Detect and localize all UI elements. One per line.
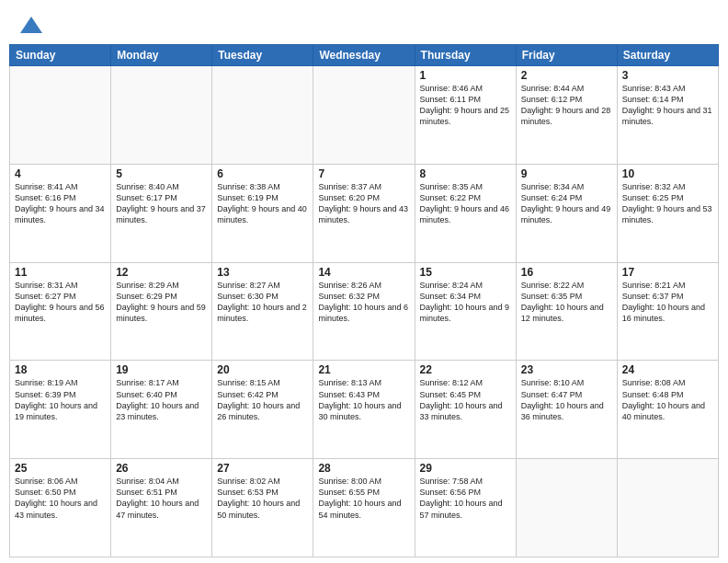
day-number: 16 [521, 266, 612, 279]
calendar-week-row: 11Sunrise: 8:31 AM Sunset: 6:27 PM Dayli… [10, 262, 719, 361]
day-header-cell: Tuesday [212, 45, 313, 66]
calendar-week-row: 1Sunrise: 8:46 AM Sunset: 6:11 PM Daylig… [10, 66, 719, 165]
day-info: Sunrise: 7:58 AM Sunset: 6:56 PM Dayligh… [420, 476, 511, 521]
day-info: Sunrise: 8:17 AM Sunset: 6:40 PM Dayligh… [116, 377, 207, 422]
day-number: 5 [116, 167, 207, 180]
day-number: 2 [521, 69, 612, 82]
day-info: Sunrise: 8:41 AM Sunset: 6:16 PM Dayligh… [15, 181, 106, 226]
day-info: Sunrise: 8:12 AM Sunset: 6:45 PM Dayligh… [420, 377, 511, 422]
calendar-week-row: 18Sunrise: 8:19 AM Sunset: 6:39 PM Dayli… [10, 361, 719, 459]
day-info: Sunrise: 8:06 AM Sunset: 6:50 PM Dayligh… [15, 476, 106, 521]
day-number: 8 [420, 167, 511, 180]
day-number: 19 [116, 363, 207, 376]
calendar-cell: 5Sunrise: 8:40 AM Sunset: 6:17 PM Daylig… [111, 164, 212, 262]
day-number: 17 [622, 266, 713, 279]
day-number: 10 [622, 167, 713, 180]
day-number: 18 [15, 363, 106, 376]
day-header-row: SundayMondayTuesdayWednesdayThursdayFrid… [10, 45, 719, 66]
day-number: 25 [15, 462, 106, 475]
day-info: Sunrise: 8:40 AM Sunset: 6:17 PM Dayligh… [116, 181, 207, 226]
calendar: SundayMondayTuesdayWednesdayThursdayFrid… [0, 44, 728, 563]
day-number: 4 [15, 167, 106, 180]
day-info: Sunrise: 8:08 AM Sunset: 6:48 PM Dayligh… [622, 377, 713, 422]
logo-icon [18, 13, 44, 39]
calendar-cell [313, 66, 415, 165]
day-info: Sunrise: 8:24 AM Sunset: 6:34 PM Dayligh… [420, 280, 511, 325]
day-info: Sunrise: 8:10 AM Sunset: 6:47 PM Dayligh… [521, 377, 612, 422]
day-info: Sunrise: 8:00 AM Sunset: 6:55 PM Dayligh… [318, 476, 409, 521]
calendar-cell [212, 66, 313, 165]
calendar-week-row: 25Sunrise: 8:06 AM Sunset: 6:50 PM Dayli… [10, 459, 719, 557]
calendar-table: SundayMondayTuesdayWednesdayThursdayFrid… [9, 44, 719, 557]
day-info: Sunrise: 8:04 AM Sunset: 6:51 PM Dayligh… [116, 476, 207, 521]
day-number: 24 [622, 363, 713, 376]
day-info: Sunrise: 8:15 AM Sunset: 6:42 PM Dayligh… [217, 377, 308, 422]
day-info: Sunrise: 8:38 AM Sunset: 6:19 PM Dayligh… [217, 181, 308, 226]
day-header-cell: Saturday [617, 45, 718, 66]
day-number: 3 [622, 69, 713, 82]
calendar-cell: 28Sunrise: 8:00 AM Sunset: 6:55 PM Dayli… [313, 459, 415, 557]
calendar-cell: 19Sunrise: 8:17 AM Sunset: 6:40 PM Dayli… [111, 361, 212, 459]
calendar-cell: 12Sunrise: 8:29 AM Sunset: 6:29 PM Dayli… [111, 262, 212, 361]
day-number: 1 [420, 69, 511, 82]
calendar-cell: 25Sunrise: 8:06 AM Sunset: 6:50 PM Dayli… [10, 459, 111, 557]
calendar-cell: 15Sunrise: 8:24 AM Sunset: 6:34 PM Dayli… [415, 262, 516, 361]
day-header-cell: Monday [111, 45, 212, 66]
day-info: Sunrise: 8:34 AM Sunset: 6:24 PM Dayligh… [521, 181, 612, 226]
calendar-cell: 17Sunrise: 8:21 AM Sunset: 6:37 PM Dayli… [617, 262, 718, 361]
day-number: 11 [15, 266, 106, 279]
day-number: 28 [318, 462, 409, 475]
calendar-cell: 24Sunrise: 8:08 AM Sunset: 6:48 PM Dayli… [617, 361, 718, 459]
day-info: Sunrise: 8:27 AM Sunset: 6:30 PM Dayligh… [217, 280, 308, 325]
calendar-cell: 20Sunrise: 8:15 AM Sunset: 6:42 PM Dayli… [212, 361, 313, 459]
calendar-cell: 14Sunrise: 8:26 AM Sunset: 6:32 PM Dayli… [313, 262, 415, 361]
day-info: Sunrise: 8:26 AM Sunset: 6:32 PM Dayligh… [318, 280, 409, 325]
calendar-week-row: 4Sunrise: 8:41 AM Sunset: 6:16 PM Daylig… [10, 164, 719, 262]
day-info: Sunrise: 8:29 AM Sunset: 6:29 PM Dayligh… [116, 280, 207, 325]
day-info: Sunrise: 8:32 AM Sunset: 6:25 PM Dayligh… [622, 181, 713, 226]
calendar-cell: 10Sunrise: 8:32 AM Sunset: 6:25 PM Dayli… [617, 164, 718, 262]
calendar-cell: 29Sunrise: 7:58 AM Sunset: 6:56 PM Dayli… [415, 459, 516, 557]
day-number: 27 [217, 462, 308, 475]
calendar-cell: 4Sunrise: 8:41 AM Sunset: 6:16 PM Daylig… [10, 164, 111, 262]
day-number: 7 [318, 167, 409, 180]
day-info: Sunrise: 8:35 AM Sunset: 6:22 PM Dayligh… [420, 181, 511, 226]
day-info: Sunrise: 8:21 AM Sunset: 6:37 PM Dayligh… [622, 280, 713, 325]
day-info: Sunrise: 8:22 AM Sunset: 6:35 PM Dayligh… [521, 280, 612, 325]
calendar-cell: 26Sunrise: 8:04 AM Sunset: 6:51 PM Dayli… [111, 459, 212, 557]
header [0, 0, 728, 44]
day-info: Sunrise: 8:13 AM Sunset: 6:43 PM Dayligh… [318, 377, 409, 422]
calendar-cell: 1Sunrise: 8:46 AM Sunset: 6:11 PM Daylig… [415, 66, 516, 165]
day-number: 21 [318, 363, 409, 376]
logo [17, 11, 44, 39]
page: SundayMondayTuesdayWednesdayThursdayFrid… [0, 0, 728, 563]
day-info: Sunrise: 8:46 AM Sunset: 6:11 PM Dayligh… [420, 83, 511, 128]
calendar-cell: 3Sunrise: 8:43 AM Sunset: 6:14 PM Daylig… [617, 66, 718, 165]
day-info: Sunrise: 8:44 AM Sunset: 6:12 PM Dayligh… [521, 83, 612, 128]
day-number: 13 [217, 266, 308, 279]
calendar-cell: 2Sunrise: 8:44 AM Sunset: 6:12 PM Daylig… [516, 66, 617, 165]
calendar-cell: 22Sunrise: 8:12 AM Sunset: 6:45 PM Dayli… [415, 361, 516, 459]
day-number: 23 [521, 363, 612, 376]
calendar-cell: 18Sunrise: 8:19 AM Sunset: 6:39 PM Dayli… [10, 361, 111, 459]
day-info: Sunrise: 8:31 AM Sunset: 6:27 PM Dayligh… [15, 280, 106, 325]
day-number: 12 [116, 266, 207, 279]
svg-marker-0 [20, 17, 42, 33]
calendar-cell [516, 459, 617, 557]
day-number: 14 [318, 266, 409, 279]
day-header-cell: Friday [516, 45, 617, 66]
calendar-cell [111, 66, 212, 165]
calendar-cell: 21Sunrise: 8:13 AM Sunset: 6:43 PM Dayli… [313, 361, 415, 459]
day-number: 15 [420, 266, 511, 279]
calendar-cell [10, 66, 111, 165]
calendar-cell: 23Sunrise: 8:10 AM Sunset: 6:47 PM Dayli… [516, 361, 617, 459]
day-header-cell: Thursday [415, 45, 516, 66]
calendar-cell: 6Sunrise: 8:38 AM Sunset: 6:19 PM Daylig… [212, 164, 313, 262]
day-number: 22 [420, 363, 511, 376]
calendar-cell: 11Sunrise: 8:31 AM Sunset: 6:27 PM Dayli… [10, 262, 111, 361]
calendar-cell: 9Sunrise: 8:34 AM Sunset: 6:24 PM Daylig… [516, 164, 617, 262]
calendar-cell: 27Sunrise: 8:02 AM Sunset: 6:53 PM Dayli… [212, 459, 313, 557]
day-info: Sunrise: 8:37 AM Sunset: 6:20 PM Dayligh… [318, 181, 409, 226]
day-info: Sunrise: 8:02 AM Sunset: 6:53 PM Dayligh… [217, 476, 308, 521]
calendar-cell: 8Sunrise: 8:35 AM Sunset: 6:22 PM Daylig… [415, 164, 516, 262]
